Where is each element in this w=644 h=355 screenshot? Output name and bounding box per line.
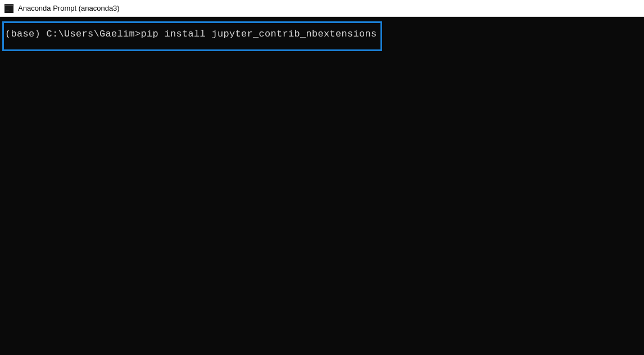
window-title-bar: _ Anaconda Prompt (anaconda3) (0, 0, 644, 17)
prompt-text: (base) C:\Users\Gaelim> (5, 29, 141, 39)
terminal-command-line: (base) C:\Users\Gaelim>pip install jupyt… (5, 29, 377, 39)
window-title: Anaconda Prompt (anaconda3) (18, 4, 120, 12)
cmd-icon: _ (4, 4, 13, 13)
svg-text:_: _ (6, 6, 9, 11)
command-text: pip install jupyter_contrib_nbextensions (141, 29, 377, 39)
highlight-annotation: (base) C:\Users\Gaelim>pip install jupyt… (2, 21, 382, 51)
terminal-area[interactable]: (base) C:\Users\Gaelim>pip install jupyt… (0, 17, 644, 355)
